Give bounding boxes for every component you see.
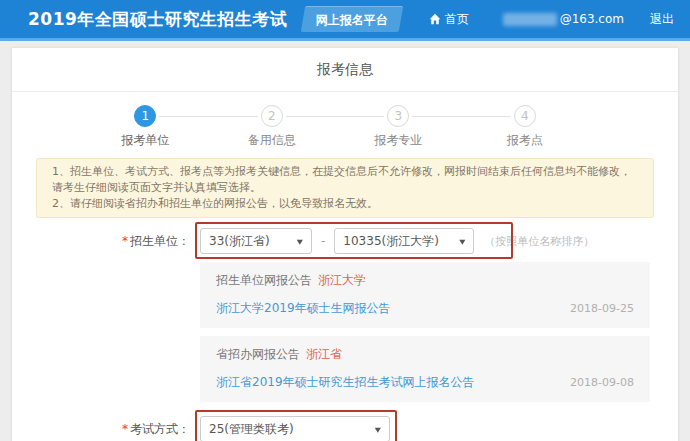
province-select-value: 33(浙江省) [209, 233, 270, 250]
exam-method-select[interactable]: 25(管理类联考) ▼ [200, 416, 390, 441]
province-announcement-card: 省招办网报公告浙江省 浙江省2019年硕士研究生招生考试网上报名公告 2018-… [200, 336, 650, 402]
required-asterisk: * [122, 422, 128, 436]
header-nav: 首页 @163.com 退出 [429, 11, 674, 28]
required-asterisk: * [122, 234, 128, 248]
step-label: 报考专业 [374, 132, 422, 149]
announcement-link[interactable]: 浙江大学2019年硕士生网报公告 [216, 300, 391, 317]
recruit-unit-label: *招生单位： [12, 233, 200, 250]
notice-line-1: 1、招生单位、考试方式、报考点等为报考关键信息，在提交信息后不允许修改，网报时间… [52, 164, 638, 196]
redacted-username [503, 13, 557, 26]
announcement-org: 浙江省 [306, 347, 342, 361]
home-link[interactable]: 首页 [429, 11, 469, 28]
announcement-link-row: 浙江大学2019年硕士生网报公告 2018-09-25 [216, 300, 634, 317]
unit-announcement-card: 招生单位网报公告浙江大学 浙江大学2019年硕士生网报公告 2018-09-25 [200, 262, 650, 328]
step-backup-info[interactable]: 2 备用信息 [209, 105, 336, 149]
platform-badge-label: 网上报名平台 [316, 12, 388, 29]
email-suffix: @163.com [560, 12, 624, 26]
app-title: 2019年全国硕士研究生招生考试 [28, 8, 287, 31]
exam-method-row: *考试方式： 25(管理类联考) ▼ [12, 416, 678, 441]
announcement-title: 省招办网报公告浙江省 [216, 346, 634, 363]
announcement-org: 浙江大学 [318, 273, 366, 287]
province-select[interactable]: 33(浙江省) ▼ [200, 228, 312, 254]
caret-down-icon: ▼ [459, 237, 465, 245]
exam-method-select-value: 25(管理类联考) [209, 421, 294, 438]
page-title: 报考信息 [12, 48, 678, 92]
progress-stepper: 1 报考单位 2 备用信息 3 报考专业 4 报考点 [12, 92, 678, 158]
announcement-link[interactable]: 浙江省2019年硕士研究生招生考试网上报名公告 [216, 374, 475, 391]
step-exam-site[interactable]: 4 报考点 [462, 105, 589, 149]
sort-hint: （按照单位名称排序） [484, 234, 594, 249]
step-circle: 1 [134, 105, 156, 127]
header-accent-strip [0, 38, 690, 41]
caret-down-icon: ▼ [297, 237, 303, 245]
home-label: 首页 [445, 11, 469, 28]
step-label: 报考点 [507, 132, 543, 149]
exam-method-label: *考试方式： [12, 421, 200, 438]
notice-line-2: 2、请仔细阅读省招办和招生单位的网报公告，以免导致报名无效。 [52, 196, 638, 212]
platform-badge: 网上报名平台 [301, 6, 404, 32]
select-separator: - [321, 234, 325, 248]
notice-box: 1、招生单位、考试方式、报考点等为报考关键信息，在提交信息后不允许修改，网报时间… [36, 158, 654, 218]
announcement-date: 2018-09-25 [570, 302, 634, 315]
announcement-title: 招生单位网报公告浙江大学 [216, 272, 634, 289]
app-header: 2019年全国硕士研究生招生考试 网上报名平台 首页 @163.com 退出 [0, 0, 690, 38]
home-icon [429, 13, 441, 25]
recruit-unit-controls: 33(浙江省) ▼ - 10335(浙江大学) ▼ （按照单位名称排序） [200, 228, 594, 254]
step-major[interactable]: 3 报考专业 [335, 105, 462, 149]
user-email: @163.com [503, 12, 624, 26]
step-circle: 3 [387, 105, 409, 127]
announcement-link-row: 浙江省2019年硕士研究生招生考试网上报名公告 2018-09-08 [216, 374, 634, 391]
unit-select-value: 10335(浙江大学) [343, 233, 439, 250]
step-recruit-unit[interactable]: 1 报考单位 [82, 105, 209, 149]
step-label: 报考单位 [121, 132, 169, 149]
unit-select[interactable]: 10335(浙江大学) ▼ [334, 228, 474, 254]
caret-down-icon: ▼ [375, 425, 381, 433]
recruit-unit-row: *招生单位： 33(浙江省) ▼ - 10335(浙江大学) ▼ （按照单位名称… [12, 228, 678, 254]
exam-method-controls: 25(管理类联考) ▼ [200, 416, 390, 441]
step-circle: 4 [514, 105, 536, 127]
main-panel: 报考信息 1 报考单位 2 备用信息 3 报考专业 4 报考点 1、招生单位、考… [12, 48, 678, 441]
step-label: 备用信息 [248, 132, 296, 149]
announcement-date: 2018-09-08 [570, 376, 634, 389]
logout-link[interactable]: 退出 [650, 11, 674, 28]
step-circle: 2 [261, 105, 283, 127]
